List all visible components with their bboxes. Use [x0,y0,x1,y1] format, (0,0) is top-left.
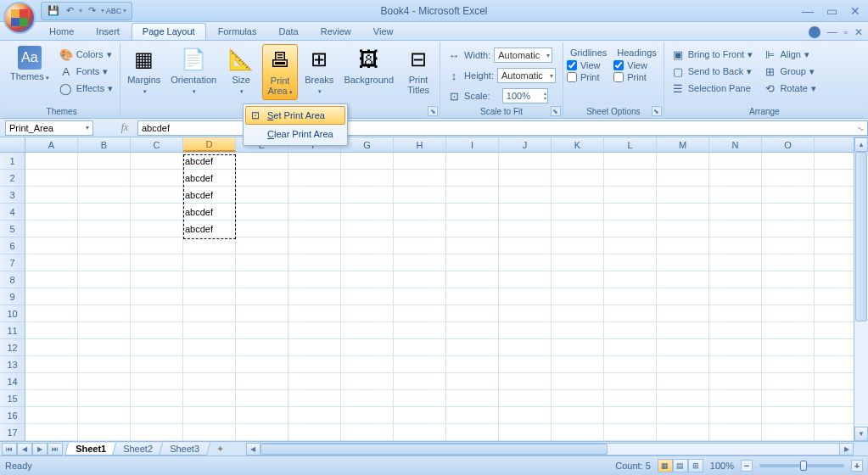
cell[interactable] [341,153,394,169]
cell[interactable] [446,187,499,203]
cell[interactable] [341,254,394,271]
cell[interactable] [131,254,183,271]
column-header[interactable]: C [131,137,183,152]
cell[interactable] [394,221,446,237]
cell[interactable] [604,288,657,305]
cell[interactable] [552,254,604,271]
cell[interactable] [236,153,288,169]
clear-print-area-item[interactable]: Clear Print Area [245,125,345,143]
column-header[interactable]: M [657,137,709,152]
cell[interactable] [657,204,709,220]
cell[interactable] [236,221,288,237]
cell[interactable] [709,339,762,355]
row-header[interactable]: 13 [0,356,25,373]
align-button[interactable]: ⊫Align ▾ [759,46,819,63]
cell[interactable] [288,390,341,406]
cell[interactable] [762,187,815,203]
cell[interactable] [288,373,341,389]
scroll-thumb[interactable] [855,152,867,321]
cell[interactable] [25,322,78,338]
zoom-level[interactable]: 100% [710,461,734,471]
cell[interactable] [236,322,288,338]
cell[interactable] [604,204,657,220]
cell[interactable] [78,407,131,423]
row-header[interactable]: 2 [0,170,25,187]
cell[interactable] [341,187,394,203]
cell[interactable]: abcdef [183,204,236,220]
fonts-button[interactable]: AFonts ▾ [56,63,116,80]
cell[interactable] [131,170,183,186]
cell[interactable] [78,339,131,355]
cell[interactable] [657,322,709,338]
cell[interactable] [762,271,815,288]
cell[interactable]: abcdef [183,187,236,203]
row-header[interactable]: 16 [0,407,25,424]
column-header[interactable]: J [499,137,552,152]
column-header[interactable]: D [183,137,236,152]
cell[interactable] [78,305,131,321]
cell[interactable] [499,238,552,254]
cell[interactable] [552,238,604,254]
sheet-nav-prev[interactable]: ◀ [17,443,32,455]
headings-print-checkbox[interactable]: Print [613,71,659,83]
cell[interactable] [657,339,709,355]
cell[interactable] [341,204,394,220]
cell[interactable] [709,288,762,305]
cell[interactable] [709,204,762,220]
cell[interactable] [499,271,552,288]
cell[interactable] [394,204,446,220]
row-header[interactable]: 12 [0,339,25,356]
cell[interactable] [709,221,762,237]
cell[interactable] [25,204,78,220]
help-icon[interactable]: ? [809,26,820,38]
row-header[interactable]: 1 [0,153,25,170]
cell[interactable] [183,339,236,355]
qat-customize-icon[interactable]: ▾ [123,7,126,14]
cell[interactable] [78,288,131,305]
cell[interactable] [552,187,604,203]
cell[interactable] [604,305,657,321]
cell[interactable] [394,254,446,271]
cell[interactable] [446,339,499,355]
cell[interactable] [131,238,183,254]
cell[interactable] [288,238,341,254]
scroll-up-button[interactable]: ▲ [854,137,868,152]
column-header[interactable]: O [762,137,815,152]
cell[interactable] [552,322,604,338]
cell[interactable] [131,373,183,389]
name-box[interactable]: Print_Area [5,120,93,136]
sheet-nav-last[interactable]: ⏭ [48,443,63,455]
zoom-thumb[interactable] [800,461,807,471]
breaks-button[interactable]: ⊞Breaks [301,44,337,100]
cell[interactable] [341,305,394,321]
cell[interactable] [762,305,815,321]
cell[interactable] [394,322,446,338]
cell[interactable] [394,288,446,305]
cell[interactable] [236,238,288,254]
cell[interactable] [709,238,762,254]
cell[interactable] [78,373,131,389]
sheet-tab[interactable]: Sheet3 [159,443,210,455]
cell[interactable] [552,305,604,321]
cell[interactable] [25,424,78,440]
cell[interactable] [183,288,236,305]
cell[interactable] [341,288,394,305]
cell[interactable] [657,356,709,372]
cell[interactable] [288,339,341,355]
cell[interactable] [341,271,394,288]
cell[interactable] [288,221,341,237]
cell[interactable] [446,221,499,237]
cell[interactable] [341,407,394,423]
cell[interactable] [657,305,709,321]
cell[interactable] [78,322,131,338]
cell[interactable] [762,390,815,406]
rotate-button[interactable]: ⟲Rotate ▾ [759,80,819,97]
cell[interactable] [604,221,657,237]
cell[interactable] [604,254,657,271]
row-header[interactable]: 9 [0,288,25,305]
row-header[interactable]: 15 [0,390,25,407]
sheet-tab[interactable]: Sheet1 [64,443,117,455]
cell[interactable] [446,390,499,406]
cell[interactable] [341,390,394,406]
cell[interactable] [131,187,183,203]
